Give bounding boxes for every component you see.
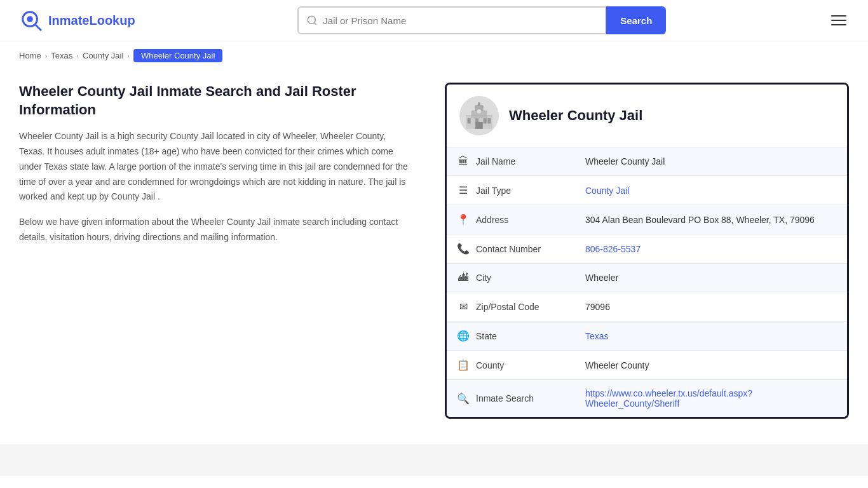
building-icon: 🏛 [457, 156, 470, 167]
mail-icon: ✉ [457, 301, 470, 313]
phone-icon: 📞 [457, 243, 470, 255]
field-value-link[interactable]: 806-826-5537 [585, 244, 641, 254]
search-wrapper [297, 6, 606, 34]
left-column: Wheeler County Jail Inmate Search and Ja… [19, 83, 426, 245]
page-description: Wheeler County Jail is a high security C… [19, 129, 413, 205]
field-label-cell: 🏙City [447, 264, 575, 292]
table-row: ☰Jail TypeCounty Jail [447, 176, 847, 205]
svg-rect-8 [478, 102, 480, 106]
field-label-cell: 📍Address [447, 205, 575, 234]
field-value-link[interactable]: https://www.co.wheeler.tx.us/default.asp… [585, 388, 752, 409]
table-row: ✉Zip/Postal Code79096 [447, 292, 847, 322]
svg-line-4 [315, 22, 316, 24]
field-value-cell[interactable]: 806-826-5537 [575, 234, 847, 264]
field-value-cell: Wheeler County Jail [575, 147, 847, 176]
table-row: 🏙CityWheeler [447, 264, 847, 292]
field-label-cell: ☰Jail Type [447, 176, 575, 205]
field-value-cell: 79096 [575, 292, 847, 322]
page-title: Wheeler County Jail Inmate Search and Ja… [19, 83, 413, 119]
table-row: 📞Contact Number806-826-5537 [447, 234, 847, 264]
svg-rect-11 [484, 118, 487, 123]
city-icon: 🏙 [457, 272, 470, 283]
globe-icon: 🌐 [457, 330, 470, 342]
breadcrumb-current: Wheeler County Jail [133, 49, 222, 62]
search-button[interactable]: Search [606, 6, 666, 34]
menu-line-3 [831, 24, 846, 25]
breadcrumb-category[interactable]: County Jail [83, 51, 123, 60]
search-input[interactable] [323, 15, 597, 26]
jail-building-illustration [463, 100, 495, 132]
field-label-cell: 🏛Jail Name [447, 147, 575, 176]
breadcrumb: Home › Texas › County Jail › Wheeler Cou… [0, 41, 868, 70]
field-value-cell[interactable]: County Jail [575, 176, 847, 205]
field-label: Jail Name [476, 156, 515, 166]
field-value-cell[interactable]: https://www.co.wheeler.tx.us/default.asp… [575, 380, 847, 417]
svg-rect-9 [468, 118, 471, 123]
svg-rect-12 [487, 118, 491, 123]
breadcrumb-chevron-1: › [45, 52, 48, 60]
location-icon: 📍 [457, 214, 470, 226]
field-label: City [476, 273, 491, 283]
table-row: 📍Address304 Alan Bean Boulevard PO Box 8… [447, 205, 847, 234]
field-label: Inmate Search [476, 393, 534, 403]
main-content: Wheeler County Jail Inmate Search and Ja… [0, 70, 868, 444]
field-label-cell: 🌐State [447, 322, 575, 351]
breadcrumb-state[interactable]: Texas [51, 51, 72, 60]
info-table: 🏛Jail NameWheeler County Jail☰Jail TypeC… [447, 147, 847, 417]
svg-point-3 [308, 16, 316, 24]
jail-avatar [459, 96, 499, 135]
field-label: County [476, 360, 504, 370]
menu-line-1 [831, 15, 846, 17]
field-value-link[interactable]: County Jail [585, 186, 629, 196]
breadcrumb-chevron-3: › [127, 52, 130, 60]
menu-line-2 [831, 20, 846, 21]
list-icon: ☰ [457, 184, 470, 196]
logo-text: InmateLookup [48, 13, 135, 28]
table-row: 🏛Jail NameWheeler County Jail [447, 147, 847, 176]
field-label-cell: 📋County [447, 351, 575, 380]
field-label-cell: ✉Zip/Postal Code [447, 292, 575, 322]
field-label: Address [476, 215, 508, 225]
search-icon [306, 15, 318, 26]
card-header: Wheeler County Jail [447, 85, 847, 147]
search-area: Search [297, 6, 666, 34]
field-label-cell: 📞Contact Number [447, 234, 575, 264]
field-value-cell: Wheeler County [575, 351, 847, 380]
table-row: 📋CountyWheeler County [447, 351, 847, 380]
table-row: 🌐StateTexas [447, 322, 847, 351]
search-icon: 🔍 [457, 393, 470, 405]
county-icon: 📋 [457, 359, 470, 371]
breadcrumb-home[interactable]: Home [19, 51, 41, 60]
header: InmateLookup Search [0, 0, 868, 41]
logo-icon [19, 8, 43, 32]
logo-link[interactable]: InmateLookup [19, 8, 135, 32]
field-value-cell: Wheeler [575, 264, 847, 292]
card-jail-name: Wheeler County Jail [509, 107, 642, 124]
right-column: Wheeler County Jail 🏛Jail NameWheeler Co… [445, 83, 849, 419]
footer-area [0, 444, 868, 476]
field-label: State [476, 331, 497, 341]
svg-line-1 [36, 25, 41, 30]
svg-point-2 [27, 16, 33, 22]
hamburger-menu-button[interactable] [829, 13, 849, 28]
field-label: Contact Number [476, 244, 541, 254]
field-value-cell[interactable]: Texas [575, 322, 847, 351]
svg-rect-13 [475, 122, 483, 129]
field-value-cell: 304 Alan Bean Boulevard PO Box 88, Wheel… [575, 205, 847, 234]
field-value-link[interactable]: Texas [585, 331, 609, 341]
field-label: Jail Type [476, 186, 511, 196]
page-sub-description: Below we have given information about th… [19, 215, 413, 245]
svg-point-14 [477, 109, 482, 114]
field-label: Zip/Postal Code [476, 302, 539, 312]
breadcrumb-chevron-2: › [76, 52, 79, 60]
info-card: Wheeler County Jail 🏛Jail NameWheeler Co… [445, 83, 849, 419]
table-row: 🔍Inmate Searchhttps://www.co.wheeler.tx.… [447, 380, 847, 417]
field-label-cell: 🔍Inmate Search [447, 380, 575, 417]
